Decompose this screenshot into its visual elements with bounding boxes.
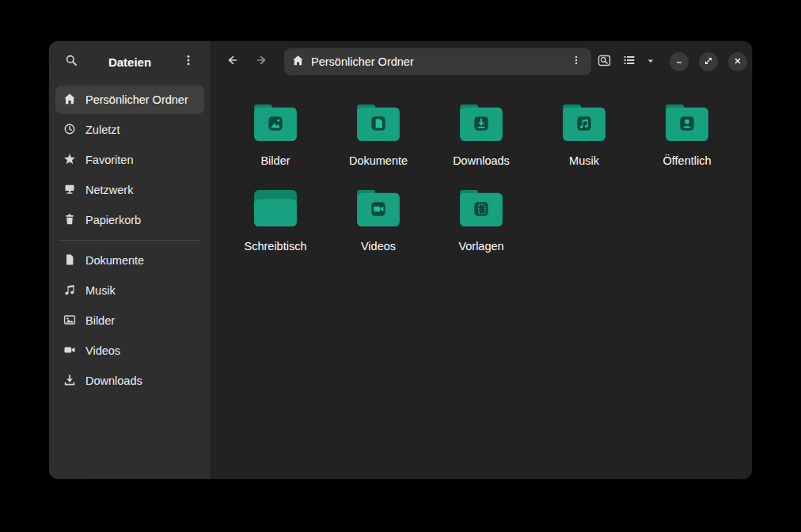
folder-desktop[interactable]: Schreibtisch (224, 180, 327, 266)
network-icon (63, 183, 76, 198)
sidebar-item-label: Zuletzt (85, 124, 120, 136)
file-grid: Bilder Dokumente Downloads Musik (211, 82, 752, 479)
clock-icon (63, 123, 76, 138)
folder-music[interactable]: Musik (533, 95, 636, 180)
folder-icon-downloads (457, 95, 506, 146)
kebab-menu-icon (182, 54, 195, 70)
folder-label: Öffentlich (663, 154, 712, 167)
search-button[interactable] (59, 49, 84, 74)
sidebar-item-recent[interactable]: Zuletzt (55, 116, 204, 144)
sidebar-item-label: Videos (85, 344, 120, 357)
document-icon (63, 253, 76, 268)
sidebar-item-label: Dokumente (85, 254, 144, 267)
sidebar-item-trash[interactable]: Papierkorb (55, 206, 204, 234)
folder-icon-desktop (251, 180, 300, 232)
folder-label: Videos (361, 240, 396, 253)
files-window: Dateien Persönlicher Ordner Zuletzt (49, 41, 752, 479)
path-bar[interactable]: Persönlicher Ordner (284, 48, 591, 75)
headerbar: Persönlicher Ordner (211, 41, 752, 82)
maximize-icon (704, 55, 713, 69)
folder-pictures[interactable]: Bilder (224, 95, 327, 180)
star-icon (63, 153, 76, 168)
folder-label: Downloads (453, 154, 510, 167)
sidebar-separator (59, 240, 201, 241)
folder-downloads[interactable]: Downloads (430, 95, 533, 180)
folder-label: Vorlagen (458, 240, 503, 253)
home-icon (292, 55, 304, 70)
folder-templates[interactable]: Vorlagen (430, 180, 533, 266)
folder-videos[interactable]: Videos (327, 180, 430, 266)
main-area: Persönlicher Ordner (211, 41, 752, 479)
sidebar: Dateien Persönlicher Ordner Zuletzt (49, 41, 211, 479)
sidebar-item-label: Downloads (85, 374, 142, 387)
folder-icon-public (662, 95, 712, 146)
folder-icon-documents (354, 95, 403, 146)
sidebar-item-music[interactable]: Musik (55, 276, 204, 305)
sidebar-item-label: Musik (85, 284, 116, 297)
sidebar-list: Persönlicher Ordner Zuletzt Favoriten Ne… (49, 82, 211, 397)
sidebar-item-label: Favoriten (85, 154, 133, 166)
folder-label: Schreibtisch (245, 240, 307, 253)
minimize-icon (674, 55, 684, 69)
search-icon (65, 54, 78, 70)
folder-icon-videos (354, 180, 403, 232)
folder-documents[interactable]: Dokumente (327, 95, 430, 180)
sidebar-item-label: Persönlicher Ordner (85, 93, 188, 106)
sidebar-item-videos[interactable]: Videos (55, 336, 204, 365)
sidebar-item-pictures[interactable]: Bilder (55, 306, 204, 335)
video-icon (63, 344, 76, 359)
app-menu-button[interactable] (176, 49, 201, 74)
app-title: Dateien (84, 55, 176, 69)
sidebar-item-starred[interactable]: Favoriten (55, 146, 204, 174)
sidebar-header: Dateien (49, 41, 211, 82)
forward-button[interactable] (249, 49, 275, 74)
view-options-button[interactable] (642, 49, 659, 74)
location-menu-button[interactable] (566, 51, 587, 72)
close-icon (733, 55, 742, 69)
sidebar-item-label: Papierkorb (85, 214, 141, 226)
search-files-button[interactable] (591, 49, 617, 74)
trash-icon (63, 213, 76, 228)
minimize-button[interactable] (670, 52, 689, 71)
folder-label: Musik (569, 154, 599, 167)
folder-label: Bilder (260, 154, 290, 167)
chevron-down-icon (646, 55, 655, 69)
maximize-button[interactable] (699, 52, 718, 71)
music-icon (63, 283, 76, 298)
sidebar-item-home[interactable]: Persönlicher Ordner (55, 86, 204, 114)
folder-label: Dokumente (349, 154, 408, 167)
sidebar-item-downloads[interactable]: Downloads (55, 367, 204, 395)
back-button[interactable] (219, 49, 245, 74)
folder-icon-templates (457, 180, 506, 232)
search-folder-icon (598, 54, 611, 70)
folder-icon-pictures (251, 95, 300, 146)
view-toggle-button[interactable] (617, 49, 642, 74)
sidebar-item-label: Netzwerk (85, 184, 133, 196)
list-view-icon (623, 54, 636, 70)
sidebar-item-label: Bilder (85, 314, 115, 327)
home-icon (63, 93, 76, 108)
sidebar-item-network[interactable]: Netzwerk (55, 176, 204, 204)
image-icon (63, 314, 76, 329)
forward-arrow-icon (256, 54, 268, 70)
folder-icon-music (560, 95, 609, 146)
download-icon (63, 374, 76, 389)
folder-public[interactable]: Öffentlich (636, 95, 738, 180)
kebab-menu-icon (571, 55, 582, 69)
sidebar-item-documents[interactable]: Dokumente (55, 246, 204, 275)
current-location-label: Persönlicher Ordner (311, 55, 566, 68)
back-arrow-icon (226, 54, 238, 70)
close-button[interactable] (728, 52, 747, 71)
